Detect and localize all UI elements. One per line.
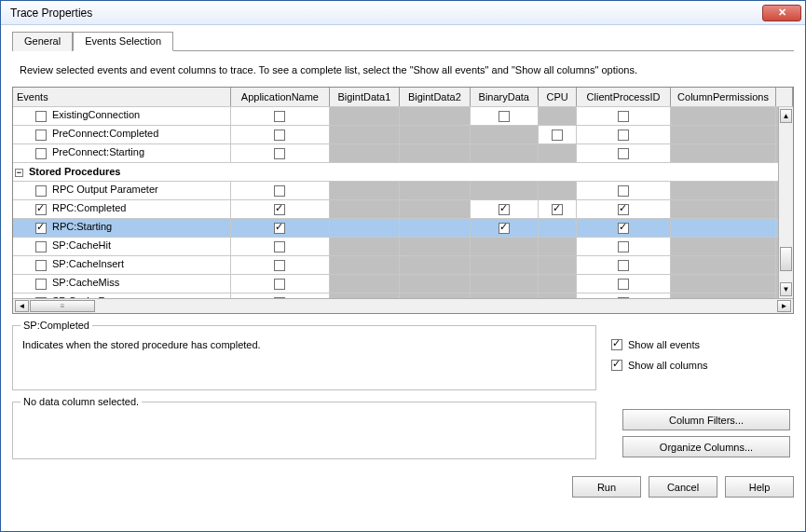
collapse-icon[interactable]: − (15, 169, 23, 177)
event-checkbox[interactable] (35, 185, 47, 197)
cell-checkbox[interactable] (499, 223, 510, 234)
cell-checkbox[interactable] (618, 260, 629, 271)
col-clientprocessid[interactable]: ClientProcessID (577, 88, 670, 106)
cell-checkbox[interactable] (274, 223, 285, 234)
grid-cell[interactable] (231, 255, 329, 274)
help-button[interactable]: Help (725, 476, 794, 498)
cell-checkbox[interactable] (274, 130, 285, 141)
grid-cell[interactable] (577, 106, 670, 125)
tab-general[interactable]: General (12, 32, 73, 51)
cell-checkbox[interactable] (499, 111, 510, 122)
cell-checkbox[interactable] (618, 223, 629, 234)
event-row[interactable]: RPC:Starting (13, 218, 793, 237)
cell-checkbox[interactable] (618, 297, 629, 298)
grid-cell[interactable] (231, 181, 329, 199)
cell-na (538, 218, 576, 237)
event-checkbox[interactable] (35, 111, 47, 122)
scroll-right-arrow-icon[interactable]: ► (777, 300, 791, 312)
col-events[interactable]: Events (13, 88, 231, 106)
grid-cell[interactable] (470, 199, 538, 218)
group-row[interactable]: −Stored Procedures (13, 162, 793, 181)
column-filters-button[interactable]: Column Filters... (622, 409, 790, 430)
event-row[interactable]: RPC Output Parameter (13, 181, 793, 199)
col-bigintdata1[interactable]: BigintData1 (329, 88, 399, 106)
scroll-left-arrow-icon[interactable]: ◄ (15, 300, 29, 312)
col-bigintdata2[interactable]: BigintData2 (400, 88, 470, 106)
vertical-scrollbar[interactable]: ▲ ▼ (778, 107, 793, 298)
grid-cell[interactable] (538, 125, 576, 143)
cell-checkbox[interactable] (274, 260, 285, 271)
grid-cell[interactable] (470, 106, 538, 125)
grid-cell[interactable] (231, 237, 329, 255)
event-checkbox[interactable] (35, 241, 47, 252)
grid-cell[interactable] (577, 255, 670, 274)
grid-cell[interactable] (231, 106, 329, 125)
cell-checkbox[interactable] (618, 148, 629, 159)
col-columnpermissions[interactable]: ColumnPermissions (670, 88, 776, 106)
cell-checkbox[interactable] (274, 111, 285, 122)
cell-checkbox[interactable] (552, 130, 563, 141)
scroll-down-arrow-icon[interactable]: ▼ (780, 282, 792, 296)
grid-cell[interactable] (577, 181, 670, 199)
event-checkbox[interactable] (35, 148, 47, 159)
cell-checkbox[interactable] (618, 185, 629, 197)
cell-na (400, 181, 470, 199)
event-row[interactable]: SP:CacheInsert (13, 255, 793, 274)
grid-cell[interactable] (538, 199, 576, 218)
event-row[interactable]: ExistingConnection (13, 106, 793, 125)
horizontal-scroll-thumb[interactable]: ≡ (30, 300, 95, 312)
event-checkbox[interactable] (35, 223, 47, 234)
col-binarydata[interactable]: BinaryData (470, 88, 538, 106)
vertical-scroll-thumb[interactable] (780, 247, 792, 271)
grid-cell[interactable] (577, 199, 670, 218)
cell-checkbox[interactable] (618, 241, 629, 252)
event-row[interactable]: SP:CacheMiss (13, 274, 793, 293)
grid-cell[interactable] (231, 218, 329, 237)
cell-checkbox[interactable] (274, 148, 285, 159)
grid-cell[interactable] (231, 143, 329, 162)
cell-checkbox[interactable] (274, 204, 285, 215)
cell-checkbox[interactable] (274, 241, 285, 252)
cancel-button[interactable]: Cancel (649, 476, 717, 498)
run-button[interactable]: Run (572, 476, 641, 498)
horizontal-scrollbar[interactable]: ◄ ≡ ► (13, 298, 793, 313)
organize-columns-button[interactable]: Organize Columns... (622, 436, 790, 457)
col-applicationname[interactable]: ApplicationName (231, 88, 329, 106)
event-row[interactable]: PreConnect:Completed (13, 125, 793, 143)
grid-cell[interactable] (470, 218, 538, 237)
grid-cell[interactable] (577, 237, 670, 255)
show-all-columns-checkbox[interactable] (611, 360, 622, 371)
grid-cell[interactable] (231, 274, 329, 293)
event-row[interactable]: PreConnect:Starting (13, 143, 793, 162)
event-row[interactable]: RPC:Completed (13, 199, 793, 218)
cell-checkbox[interactable] (274, 297, 285, 298)
close-button[interactable]: ✕ (762, 5, 801, 21)
grid-cell[interactable] (577, 218, 670, 237)
event-checkbox[interactable] (35, 297, 47, 298)
grid-cell[interactable] (231, 199, 329, 218)
event-checkbox[interactable] (35, 260, 47, 271)
dialog-content: General Events Selection Review selected… (1, 25, 805, 531)
cell-checkbox[interactable] (618, 111, 629, 122)
cell-checkbox[interactable] (618, 130, 629, 141)
event-checkbox[interactable] (35, 279, 47, 290)
grid-cell[interactable] (577, 125, 670, 143)
cell-checkbox[interactable] (552, 204, 563, 215)
tab-events-selection[interactable]: Events Selection (73, 32, 173, 51)
col-cpu[interactable]: CPU (538, 88, 576, 106)
grid-cell[interactable] (577, 143, 670, 162)
show-all-events-checkbox[interactable] (611, 339, 622, 350)
cell-checkbox[interactable] (274, 185, 285, 197)
cell-checkbox[interactable] (618, 204, 629, 215)
event-checkbox[interactable] (35, 204, 47, 215)
event-checkbox[interactable] (35, 130, 47, 141)
cell-checkbox[interactable] (499, 204, 510, 215)
scroll-up-arrow-icon[interactable]: ▲ (780, 109, 792, 123)
cell-checkbox[interactable] (274, 279, 285, 290)
event-row[interactable]: SP:CacheHit (13, 237, 793, 255)
grid-cell[interactable] (231, 125, 329, 143)
tab-strip: General Events Selection (12, 31, 794, 51)
cell-checkbox[interactable] (618, 279, 629, 290)
cell-na (470, 237, 538, 255)
grid-cell[interactable] (577, 274, 670, 293)
